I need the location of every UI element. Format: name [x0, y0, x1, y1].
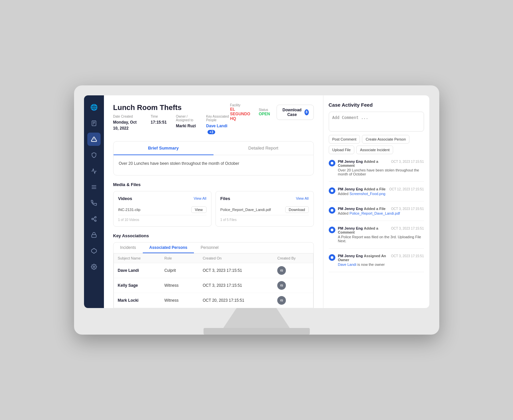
svg-point-19	[331, 209, 333, 212]
table-row: Mark Locki Witness OCT 20, 2023 17:15:51…	[114, 293, 313, 308]
activity-detail: Added Screenshot_Food.png	[338, 192, 424, 196]
svg-point-10	[92, 218, 93, 220]
date-label: Date Created	[113, 115, 141, 118]
activity-time: OCT 3, 2023 17:15:51	[391, 160, 424, 163]
date-value: Monday, Oct 10, 2022	[113, 120, 137, 131]
lock-icon[interactable]	[87, 228, 101, 242]
activity-time: OCT 3, 2023 17:15:51	[391, 207, 424, 211]
activity-detail: Over 20 Lunches have been stolen through…	[338, 168, 424, 176]
action-buttons: Post Comment Create Associate Person Upl…	[329, 135, 424, 154]
file-download-button[interactable]: Download	[285, 206, 309, 213]
media-section-title: Media & Files	[113, 182, 314, 187]
file-item: Police_Report_Dave_Landi.pdf Download	[220, 204, 309, 215]
files-view-all-button[interactable]: View All	[296, 196, 308, 200]
summary-tabs-container: Brief Summary Detailed Report Over 20 Lu…	[113, 141, 314, 175]
document-icon[interactable]	[87, 117, 101, 130]
activity-item: PM Jenny Eng Assigned An Owner OCT 3, 20…	[329, 254, 424, 266]
tab-content-brief: Over 20 Lunches have been stolen through…	[114, 155, 313, 175]
activity-header-row: PM Jenny Eng Assigned An Owner OCT 3, 20…	[338, 254, 424, 262]
created-by: IS	[273, 308, 313, 308]
post-comment-button[interactable]: Post Comment	[329, 135, 360, 144]
video-view-button[interactable]: View	[191, 206, 207, 213]
settings-icon[interactable]	[87, 260, 101, 273]
status-value: OPEN	[259, 112, 270, 116]
associations-wrapper: Incidents Associated Persons Personnel S…	[113, 242, 314, 308]
activity-body: PM Jenny Eng Assigned An Owner OCT 3, 20…	[338, 254, 424, 266]
assoc-tab-incidents[interactable]: Incidents	[114, 243, 143, 253]
created-on: OCT 15, 2023 17:15:51	[199, 308, 273, 308]
main-content: Lunch Room Thefts Date Created Monday, O…	[104, 95, 323, 308]
activity-header-row: PM Jenny Eng Added a Comment OCT 3, 2023…	[338, 159, 424, 167]
activity-link[interactable]: Police_Report_Dave_Landi.pdf	[349, 211, 400, 215]
status-label: Status	[259, 108, 270, 112]
activity-actor: PM Jenny Eng Added a File	[338, 187, 386, 191]
tab-brief-summary[interactable]: Brief Summary	[114, 142, 214, 155]
case-header: Lunch Room Thefts Date Created Monday, O…	[113, 103, 314, 135]
activity-actor: PM Jenny Eng Added a File	[338, 207, 386, 211]
activity-time: OCT 12, 2023 17:15:51	[389, 187, 424, 191]
avatar: IS	[277, 281, 286, 290]
associations-title: Key Associations	[113, 233, 314, 238]
role: Witness	[160, 278, 199, 293]
brief-summary-text: Over 20 Lunches have been stolen through…	[119, 160, 308, 166]
activity-actor: PM Jenny Eng Assigned An Owner	[338, 254, 391, 262]
videos-title: Videos	[118, 196, 132, 201]
key-people-badge: +3	[208, 130, 215, 134]
activity-header-row: PM Jenny Eng Added a Comment OCT 3, 2023…	[338, 226, 424, 234]
activity-link[interactable]: Screenshot_Food.png	[349, 192, 385, 196]
header-right: Facility EL SEGUNDO HQ Status OPEN Downl…	[230, 103, 314, 121]
globe-icon[interactable]: 🌐	[87, 101, 101, 114]
hexagon-icon[interactable]	[87, 244, 101, 258]
chart-icon[interactable]	[87, 164, 101, 178]
videos-card-header: Videos View All	[118, 196, 207, 201]
activity-detail: Dave Landi is now the owner	[338, 262, 424, 266]
created-on: OCT 3, 2023 17:15:51	[199, 263, 273, 278]
assoc-tab-persons[interactable]: Associated Persons	[143, 243, 194, 253]
svg-point-21	[331, 256, 333, 259]
shield-icon[interactable]	[87, 149, 101, 162]
list-icon[interactable]	[87, 180, 101, 194]
subject-name: Mark Locki	[114, 293, 160, 308]
activity-link[interactable]: Dave Landi	[338, 262, 357, 266]
video-name: INC-2131-clip	[118, 208, 140, 212]
created-on: OCT 3, 2023 17:15:51	[199, 278, 273, 293]
summary-tabs-header: Brief Summary Detailed Report	[114, 142, 313, 155]
time-value: 17:15:51	[151, 120, 167, 125]
activity-dot	[329, 227, 335, 233]
divider	[329, 181, 424, 182]
download-case-count: 8	[304, 109, 309, 115]
associate-incident-button[interactable]: Associate Incident	[356, 146, 393, 154]
owner-label: Owner / Assigned to	[176, 115, 197, 122]
videos-view-all-button[interactable]: View All	[194, 196, 206, 200]
tab-detailed-report[interactable]: Detailed Report	[214, 142, 313, 155]
col-role: Role	[160, 254, 199, 263]
assoc-tab-personnel[interactable]: Personnel	[194, 243, 225, 253]
activity-actor: PM Jenny Eng Added a Comment	[338, 159, 391, 167]
svg-rect-14	[92, 235, 96, 237]
svg-point-18	[331, 189, 333, 192]
comment-input[interactable]	[329, 112, 424, 132]
activity-time: OCT 3, 2023 17:15:51	[391, 227, 424, 230]
activity-body: PM Jenny Eng Added a Comment OCT 3, 2023…	[338, 159, 424, 176]
file-name: Police_Report_Dave_Landi.pdf	[220, 208, 271, 212]
svg-point-11	[95, 220, 96, 222]
subject-name: Maria Rosa	[114, 308, 160, 308]
divider	[329, 272, 424, 272]
flow-icon[interactable]	[87, 212, 101, 226]
avatar: IS	[277, 296, 286, 305]
files-card: Files View All Police_Report_Dave_Landi.…	[215, 191, 314, 227]
created-by: IS	[273, 263, 313, 278]
divider	[329, 201, 424, 201]
create-associate-person-button[interactable]: Create Associate Person	[362, 135, 409, 144]
download-case-button[interactable]: Download Case 8	[277, 105, 313, 120]
phone-icon[interactable]	[87, 196, 101, 210]
role: Culprit	[160, 263, 199, 278]
alert-icon[interactable]	[87, 133, 101, 146]
subject-name: Dave Landi	[114, 263, 160, 278]
created-by: IS	[273, 278, 313, 293]
key-people-label: Key Associated People	[206, 115, 230, 122]
key-people-meta: Key Associated People Dave Landi +3	[206, 115, 230, 135]
created-on: OCT 20, 2023 17:15:51	[199, 293, 273, 308]
upload-file-button[interactable]: Upload File	[329, 146, 355, 154]
facility-value: EL SEGUNDO HQ	[230, 107, 252, 121]
